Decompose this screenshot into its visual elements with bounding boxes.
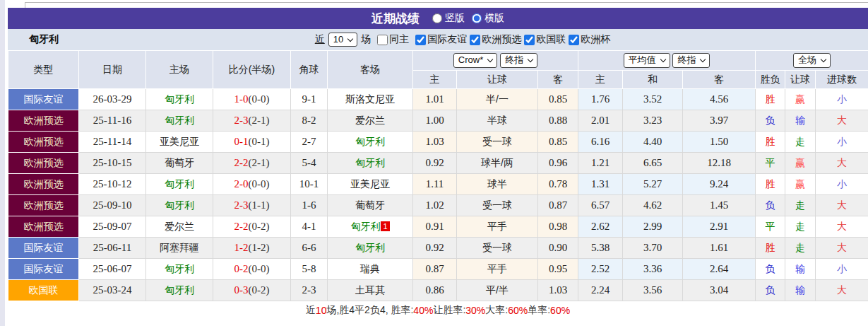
away-team[interactable]: 亚美尼亚 [328, 174, 413, 195]
result-goals: 大 [816, 238, 868, 259]
crow-away-odds: 0.98 [538, 216, 578, 238]
competition-checkbox[interactable] [569, 35, 579, 45]
away-team[interactable]: 匈牙利 [328, 132, 413, 153]
crow-handicap: 半球 [457, 110, 538, 132]
home-team[interactable]: 亚美尼亚 [146, 132, 213, 153]
home-team[interactable]: 匈牙利 [146, 259, 213, 280]
top-divider-line [25, 2, 868, 3]
result-handicap: 走 [785, 238, 816, 259]
competition-filter-1[interactable]: 欧洲预选 [467, 33, 521, 46]
type-badge[interactable]: 欧国联 [8, 280, 79, 301]
home-team[interactable]: 匈牙利 [146, 195, 213, 216]
crow-handicap: 受一球 [457, 238, 538, 259]
corners: 9-1 [291, 89, 328, 110]
summary-line: 近10场,胜4平2负4, 胜率:40% 让胜率:30% 大率:60% 单率:60… [8, 301, 868, 319]
type-badge[interactable]: 欧洲预选 [8, 195, 79, 216]
score[interactable]: 2-2(2-1) [213, 153, 291, 174]
match-count-value: 10 [333, 35, 343, 45]
avg-away-odds: 3.97 [683, 110, 756, 132]
type-badge[interactable]: 欧洲预选 [8, 216, 79, 238]
type-badge[interactable]: 欧洲预选 [8, 132, 79, 153]
score[interactable]: 1-2(1-2) [213, 238, 291, 259]
away-team[interactable]: 匈牙利 [328, 238, 413, 259]
same-home-filter[interactable]: 同主 [374, 33, 409, 46]
home-team[interactable]: 爱尔兰 [146, 216, 213, 238]
home-team[interactable]: 匈牙利 [146, 174, 213, 195]
sub-header-avg-draw: 和 [623, 71, 683, 89]
score[interactable]: 1-0(0-0) [213, 89, 291, 110]
home-team[interactable]: 匈牙利 [146, 89, 213, 110]
score[interactable]: 0-2(0-0) [213, 259, 291, 280]
result-handicap: 走 [785, 195, 816, 216]
type-badge[interactable]: 欧洲预选 [8, 174, 79, 195]
layout-radio-horizontal[interactable]: 横版 [472, 12, 504, 25]
home-team[interactable]: 匈牙利 [146, 110, 213, 132]
result-handicap: 输 [785, 259, 816, 280]
away-team[interactable]: 爱尔兰 [328, 110, 413, 132]
home-team[interactable]: 匈牙利 [146, 280, 213, 301]
home-team[interactable]: 阿塞拜疆 [146, 238, 213, 259]
corners: 2-3 [291, 280, 328, 301]
corners: 6-6 [291, 238, 328, 259]
avg-home-odds: 2.24 [578, 280, 623, 301]
crow-away-odds: 0.96 [538, 153, 578, 174]
score[interactable]: 0-1(0-1) [213, 132, 291, 153]
score[interactable]: 2-3(2-1) [213, 110, 291, 132]
vertical-radio-input[interactable] [432, 13, 442, 23]
away-team[interactable]: 匈牙利1 [328, 216, 413, 238]
type-badge[interactable]: 国际友谊 [8, 259, 79, 280]
home-team[interactable]: 葡萄牙 [146, 153, 213, 174]
type-badge[interactable]: 国际友谊 [8, 238, 79, 259]
competition-filter-2[interactable]: 欧国联 [521, 33, 566, 46]
same-home-checkbox[interactable] [377, 35, 388, 45]
competition-filter-0[interactable]: 国际友谊 [412, 33, 467, 46]
away-team[interactable]: 瑞典 [328, 259, 413, 280]
bookmaker-select[interactable]: Crow* [453, 53, 497, 68]
match-count-select[interactable]: 10 [328, 33, 357, 47]
crow-handicap: 球半/两 [457, 153, 538, 174]
summary-segment: 让胜率: [433, 304, 465, 317]
competition-checkbox[interactable] [415, 35, 426, 45]
filter-bar: 匈牙利 近 10 场 同主 国际友谊欧洲预选欧国联欧洲杯 [8, 29, 868, 50]
match-date: 25-09-10 [79, 195, 146, 216]
crow-handicap: 球半 [457, 174, 538, 195]
same-home-label: 同主 [389, 33, 409, 46]
summary-segment: 近 [306, 304, 316, 317]
competition-checkbox[interactable] [470, 35, 480, 45]
score[interactable]: 2-2(0-2) [213, 216, 291, 238]
crow-home-odds: 1.01 [413, 89, 457, 110]
type-badge[interactable]: 欧洲预选 [8, 110, 79, 132]
type-badge[interactable]: 欧洲预选 [8, 153, 79, 174]
layout-radio-vertical[interactable]: 竖版 [432, 12, 465, 25]
corners: 2-7 [291, 132, 328, 153]
crow-home-odds: 1.00 [413, 110, 457, 132]
away-team[interactable]: 土耳其 [328, 280, 413, 301]
score[interactable]: 2-0(0-0) [213, 174, 291, 195]
away-team[interactable]: 葡萄牙 [328, 195, 413, 216]
away-team[interactable]: 匈牙利 [328, 153, 413, 174]
crow-odds-stage-select[interactable]: 终指 [500, 53, 537, 68]
score[interactable]: 2-3(1-1) [213, 195, 291, 216]
summary-segment: 场,胜4平2负4, 胜率: [326, 304, 413, 317]
page-left-margin [0, 0, 5, 326]
avg-select[interactable]: 平均值 [624, 53, 670, 68]
table-row: 国际友谊25-06-07匈牙利0-2(0-0)5-8瑞典0.87平手0.952.… [8, 259, 868, 280]
horizontal-radio-input[interactable] [472, 13, 482, 23]
avg-away-odds: 1.61 [683, 238, 756, 259]
fulltime-select[interactable]: 全场 [793, 53, 831, 68]
match-date: 25-03-24 [79, 280, 146, 301]
team-name: 匈牙利 [29, 33, 59, 46]
avg-odds-stage-select[interactable]: 终指 [672, 53, 710, 68]
match-date: 25-06-11 [79, 238, 146, 259]
sub-header-handicap-result: 让球 [785, 71, 816, 89]
avg-draw-odds: 3.56 [623, 280, 683, 301]
type-badge[interactable]: 国际友谊 [8, 89, 79, 110]
competition-checkbox[interactable] [524, 35, 535, 45]
title-bar: 近期战绩 竖版 横版 [8, 8, 868, 29]
chevron-down-icon [821, 57, 826, 62]
competition-filter-3[interactable]: 欧洲杯 [566, 33, 610, 46]
recent-link[interactable]: 近 [315, 33, 325, 46]
away-team[interactable]: 斯洛文尼亚 [328, 89, 413, 110]
result-wdl: 胜 [756, 238, 785, 259]
score[interactable]: 0-3(0-2) [213, 280, 291, 301]
